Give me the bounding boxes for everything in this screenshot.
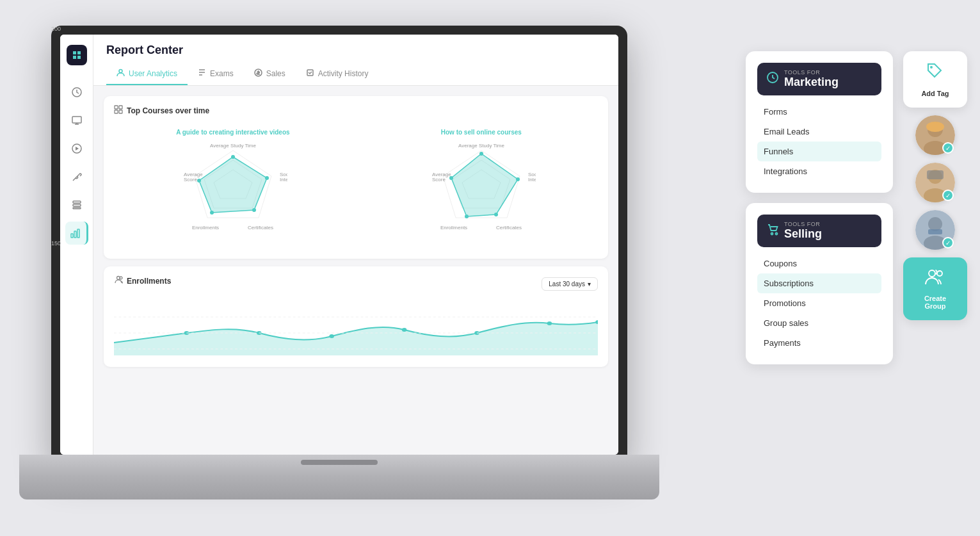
actions-column: Add Tag ✓	[903, 51, 967, 364]
svg-rect-15	[119, 110, 122, 113]
avatar-3-wrapper: ✓	[915, 210, 955, 250]
svg-point-9	[119, 70, 122, 73]
svg-point-61	[771, 233, 773, 235]
tab-sales[interactable]: Sales	[244, 63, 296, 85]
marketing-item-forms[interactable]: Forms	[757, 102, 881, 122]
avatar-1-check: ✓	[942, 142, 954, 154]
create-group-button[interactable]: Create Group	[903, 257, 967, 320]
svg-point-77	[937, 271, 942, 276]
laptop-bezel: Report Center User Analytics	[51, 26, 627, 461]
enrollments-title: Enrollments	[114, 275, 171, 286]
selling-item-promotions[interactable]: Promotions	[757, 293, 881, 313]
svg-rect-75	[928, 229, 942, 234]
selling-item-subscriptions[interactable]: Subscriptions	[757, 273, 881, 293]
marketing-item-integrations[interactable]: Integrations	[757, 161, 881, 181]
avatar-3-check: ✓	[942, 237, 954, 248]
svg-text:Score: Score	[432, 177, 446, 183]
tab-user-analytics[interactable]: User Analytics	[106, 63, 188, 85]
svg-point-63	[930, 66, 933, 69]
radar-charts-container: A guide to creating interactive videos	[114, 122, 598, 250]
laptop-base	[19, 455, 659, 499]
radar-2-title: How to sell online courses	[441, 129, 522, 136]
sidebar-icon-play[interactable]	[65, 137, 88, 160]
selling-item-payments[interactable]: Payments	[757, 333, 881, 353]
enrollment-header: Enrollments Last 30 days ▾	[114, 275, 598, 293]
right-side-panel: Tools for Marketing Forms Email Leads Fu…	[746, 51, 967, 364]
svg-point-21	[265, 176, 269, 180]
selling-items: Coupons Subscriptions Promotions Group s…	[757, 247, 881, 353]
tab-sales-label: Sales	[266, 69, 285, 78]
svg-rect-14	[115, 110, 118, 113]
sidebar-icon-analytics[interactable]	[65, 222, 88, 245]
selling-title: Selling	[784, 227, 822, 241]
tab-exams-label: Exams	[210, 69, 234, 78]
create-group-label: Create Group	[913, 295, 957, 310]
exams-icon	[198, 69, 206, 79]
add-tag-button[interactable]: Add Tag	[903, 51, 967, 108]
svg-rect-3	[73, 201, 81, 203]
svg-text:Average Study Time: Average Study Time	[210, 143, 256, 149]
selling-sub-label: Tools for	[784, 221, 822, 227]
selling-tools-card: Tools for Selling Coupons Subscriptions …	[746, 203, 893, 364]
marketing-item-funnels[interactable]: Funnels	[757, 142, 881, 161]
avatar-2-check: ✓	[942, 190, 954, 201]
wave-chart-wrapper	[114, 298, 598, 358]
svg-rect-71	[927, 170, 944, 179]
sidebar-icon-list[interactable]	[65, 193, 88, 216]
enrollments-icon	[114, 275, 123, 286]
svg-marker-35	[451, 154, 518, 216]
enrollment-chart-area: 200 150 100	[114, 298, 598, 358]
svg-text:Certificates: Certificates	[496, 225, 522, 231]
create-group-icon	[924, 268, 946, 289]
svg-rect-13	[119, 106, 122, 109]
svg-point-73	[928, 217, 942, 231]
date-filter-button[interactable]: Last 30 days ▾	[542, 277, 598, 291]
report-title: Report Center	[106, 44, 606, 57]
marketing-header: Tools for Marketing	[757, 63, 881, 95]
svg-point-22	[252, 208, 256, 212]
svg-point-36	[479, 152, 483, 156]
sidebar-icon-clock[interactable]	[65, 81, 88, 104]
svg-point-20	[231, 155, 235, 159]
menus-column: Tools for Marketing Forms Email Leads Fu…	[746, 51, 893, 364]
sidebar-icon-screen[interactable]	[65, 109, 88, 132]
sidebar-icon-tools[interactable]	[65, 165, 88, 188]
svg-text:Average Study Time: Average Study Time	[458, 143, 504, 149]
add-tag-label: Add Tag	[921, 90, 949, 97]
laptop-screen: Report Center User Analytics	[60, 35, 618, 455]
svg-text:Interactions: Interactions	[528, 177, 536, 183]
marketing-icon	[766, 71, 779, 87]
svg-text:Score: Score	[184, 177, 197, 183]
svg-rect-5	[73, 207, 81, 209]
svg-rect-7	[74, 231, 76, 238]
svg-point-39	[465, 215, 469, 218]
svg-point-49	[120, 277, 122, 279]
svg-text:Enrollments: Enrollments	[192, 225, 219, 231]
tab-activity-history[interactable]: Activity History	[296, 63, 379, 85]
tabs-container: User Analytics Exams	[106, 63, 606, 85]
tab-user-analytics-label: User Analytics	[129, 69, 177, 78]
svg-rect-12	[115, 106, 118, 109]
activity-icon	[306, 69, 314, 79]
radar-svg-1: Average Study Time Social Interactions C…	[179, 141, 287, 243]
tab-exams[interactable]: Exams	[188, 63, 244, 85]
svg-point-52	[329, 334, 334, 338]
marketing-title: Marketing	[784, 76, 839, 89]
marketing-sub-label: Tools for	[784, 69, 839, 76]
content-area: Top Courses over time A guide to creatin…	[93, 86, 618, 455]
radar-1-title: A guide to creating interactive videos	[176, 129, 289, 136]
main-content: Report Center User Analytics	[93, 35, 618, 455]
svg-text:Interactions: Interactions	[280, 177, 287, 183]
svg-text:Certificates: Certificates	[248, 225, 273, 231]
app-logo	[67, 45, 87, 65]
radar-svg-2: Average Study Time Social Interactions C…	[427, 141, 536, 243]
marketing-items: Forms Email Leads Funnels Integrations	[757, 95, 881, 181]
svg-point-38	[494, 213, 498, 216]
selling-item-group-sales[interactable]: Group sales	[757, 313, 881, 333]
selling-item-coupons[interactable]: Coupons	[757, 254, 881, 273]
marketing-item-email-leads[interactable]: Email Leads	[757, 122, 881, 142]
svg-text:Enrollments: Enrollments	[440, 225, 467, 231]
radar-chart-2: How to sell online courses	[427, 129, 536, 243]
radar-chart-1: A guide to creating interactive videos	[176, 129, 289, 243]
svg-point-23	[210, 211, 214, 215]
